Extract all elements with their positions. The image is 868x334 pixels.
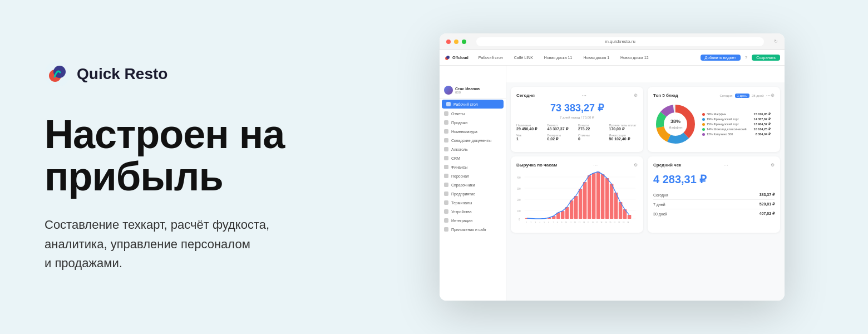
top5-period-28days[interactable]: 28 дней <box>752 94 764 97</box>
sidebar-item-integrations[interactable]: Интеграции <box>440 216 506 225</box>
svg-text:19: 19 <box>605 222 606 224</box>
legend-value-5: 8 304,04 ₽ <box>748 132 771 136</box>
revenue-settings-icon[interactable]: ⚙ <box>634 163 638 168</box>
top5-settings-icon[interactable]: ⚙ <box>771 93 775 98</box>
stat-other: Прочие типы оплат 170,00 ₽ <box>609 124 638 131</box>
sidebar-alcohol-icon <box>444 147 448 151</box>
sidebar-item-enterprise[interactable]: Предприятие <box>440 189 506 198</box>
legend-item-3: 15% Французский торт 13 904,57 ₽ <box>702 122 771 126</box>
sidebar-item-crm[interactable]: CRM <box>440 154 506 163</box>
svg-text:9: 9 <box>561 222 563 224</box>
top5-period-1day[interactable]: 1 день <box>735 94 749 98</box>
svg-text:5: 5 <box>544 222 545 224</box>
tab-caffe[interactable]: Caffè LINK <box>510 55 537 61</box>
app-layout: Стас Иванов 000 Рабочий стол Отчеты <box>440 50 785 301</box>
stat-bonus-value: 273.22 <box>578 127 590 131</box>
svg-rect-38 <box>592 173 596 219</box>
tab-new1[interactable]: Новая доска 11 <box>540 55 577 61</box>
stat-returns-value: 0,02 ₽ <box>548 137 559 141</box>
sidebar-item-reports[interactable]: Отчеты <box>440 109 506 118</box>
sidebar-desktop-icon <box>446 102 451 106</box>
sidebar-item-terminals[interactable]: Терминалы <box>440 198 506 207</box>
sidebar-refs-icon <box>444 183 448 187</box>
top5-period-today[interactable]: Сегодня <box>720 94 733 97</box>
browser-close-dot <box>446 40 451 44</box>
tab-new3[interactable]: Новая доска 12 <box>616 55 653 61</box>
today-title: Сегодня <box>516 93 535 98</box>
legend-item-4: 14% Шоколад классический 10 104,25 ₽ <box>702 127 771 131</box>
today-widget-menu[interactable]: ··· <box>582 92 586 99</box>
stat-check: Чек 1 <box>516 134 545 141</box>
url-bar: m.quickresto.ru <box>476 37 764 46</box>
svg-text:100: 100 <box>517 209 521 213</box>
browser-max-dot <box>462 40 466 44</box>
today-widget: Сегодня ··· ⚙ 73 383,27 ₽ 7 дней назад /… <box>511 87 643 152</box>
svg-text:300: 300 <box>517 187 521 190</box>
svg-rect-43 <box>614 193 618 219</box>
svg-text:15: 15 <box>588 222 589 224</box>
svg-text:10: 10 <box>565 222 567 224</box>
svg-text:24: 24 <box>627 222 629 224</box>
svg-text:23: 23 <box>623 222 624 224</box>
sidebar-crm-icon <box>444 156 448 160</box>
sidebar-staff-icon <box>444 174 448 178</box>
svg-text:22: 22 <box>618 222 620 224</box>
sidebar-item-finance[interactable]: Финансы <box>440 163 506 171</box>
revenue-widget-menu[interactable]: ··· <box>593 162 598 168</box>
svg-text:6: 6 <box>548 222 549 224</box>
add-widget-btn[interactable]: Добавить виджет <box>701 55 741 61</box>
sidebar-warehouse-icon <box>444 138 448 143</box>
tab-new2[interactable]: Новая доска 1 <box>579 55 614 61</box>
sidebar-devices-icon <box>444 209 448 214</box>
top5-widget-menu[interactable]: ··· <box>766 92 771 99</box>
sidebar-item-alcohol[interactable]: Алкоголь <box>440 145 506 154</box>
stat-cancels: Отмены 0 <box>578 134 607 141</box>
left-content: Quick Resto Настроен на прибыль Составле… <box>0 28 378 306</box>
stat-card-value: 43 307,37 ₽ <box>548 127 568 131</box>
sidebar-integrations-icon <box>444 218 448 223</box>
check-row-7days-label: 7 дней <box>653 203 665 207</box>
svg-text:17: 17 <box>596 222 598 224</box>
main-dashboard: Сегодня ··· ⚙ 73 383,27 ₽ 7 дней назад /… <box>506 82 785 301</box>
sidebar-item-sales[interactable]: Продажи <box>440 118 506 127</box>
sidebar-item-devices[interactable]: Устройства <box>440 207 506 216</box>
stat-bonus: Бонусы 273.22 <box>578 124 607 131</box>
bar-chart-container: 400 300 200 100 0 <box>516 171 638 227</box>
avg-check-menu[interactable]: ··· <box>723 162 728 168</box>
avg-check-settings-icon[interactable]: ⚙ <box>771 163 775 168</box>
save-btn[interactable]: Сохранить <box>752 55 780 61</box>
browser-min-dot <box>454 40 458 44</box>
help-icon[interactable]: ? <box>745 55 747 60</box>
sidebar-sales-icon <box>444 120 448 125</box>
sidebar-item-warehouse[interactable]: Складские документы <box>440 136 506 145</box>
tabs-bar: Offcloud Рабочий стол Caffè LINK Новая д… <box>440 50 785 66</box>
legend-item-2: 19% Французский торт 14 307,62 ₽ <box>702 117 771 121</box>
sidebar-item-apps[interactable]: Приложения и сайт <box>440 225 506 234</box>
sidebar-item-staff[interactable]: Персонал <box>440 171 506 180</box>
tab-desktop[interactable]: Рабочий стол <box>474 55 507 61</box>
svg-text:1: 1 <box>526 222 527 224</box>
stat-card: Безнал 43 307,37 ₽ <box>548 124 576 131</box>
legend-item-5: 12% Капучино 300 8 304,04 ₽ <box>702 132 771 136</box>
page-wrapper: Quick Resto Настроен на прибыль Составле… <box>0 0 868 334</box>
stat-check-value: 1 <box>516 137 519 141</box>
app-logo-small: Offcloud <box>444 55 468 61</box>
svg-text:11: 11 <box>570 222 571 224</box>
dashboard-grid: Сегодня ··· ⚙ 73 383,27 ₽ 7 дней назад /… <box>511 87 780 233</box>
sidebar-item-refs[interactable]: Справочники <box>440 180 506 189</box>
headline: Настроен на прибыль <box>45 114 334 198</box>
svg-rect-46 <box>628 215 632 219</box>
sidebar-terminals-icon <box>444 200 448 205</box>
reload-icon[interactable]: ↻ <box>774 39 778 44</box>
sidebar-item-desktop[interactable]: Рабочий стол <box>442 100 504 109</box>
revenue-widget-header: Выручка по часам ··· ⚙ <box>516 162 638 168</box>
today-settings-icon[interactable]: ⚙ <box>634 93 638 98</box>
legend-value-1: 15 016,95 ₽ <box>748 112 771 116</box>
stat-encash: Инкассация 50 102,40 ₽ <box>609 134 638 141</box>
sidebar-item-nomenclature[interactable]: Номенклатура <box>440 127 506 136</box>
check-row-30days-value: 407,62 ₽ <box>760 212 775 216</box>
sidebar-nomenclature-icon <box>444 129 448 134</box>
svg-rect-32 <box>565 207 569 219</box>
legend-dot-2 <box>702 118 705 121</box>
donut-container: 38% Маффин 38% Маффин 15 016,95 ₽ <box>653 102 775 146</box>
